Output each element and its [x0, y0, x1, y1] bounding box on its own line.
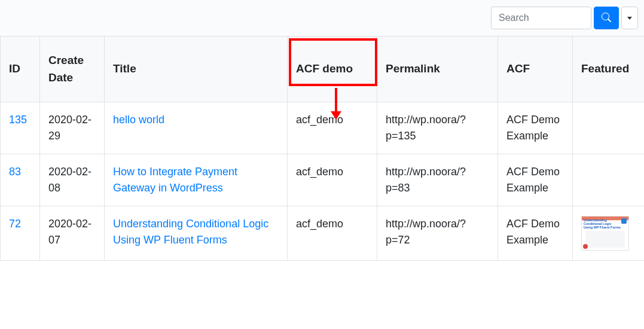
thumb-form-area — [585, 231, 625, 248]
table-row: 72 2020-02-07 Understanding Conditional … — [1, 206, 645, 261]
row-acf: ACF Demo Example — [498, 102, 573, 154]
caret-down-icon — [627, 17, 632, 20]
search-button[interactable] — [594, 7, 619, 29]
column-header-permalink[interactable]: Permalink — [377, 36, 498, 102]
table-row: 83 2020-02-08 How to Integrate Payment G… — [1, 154, 645, 206]
row-create-date: 2020-02-07 — [40, 206, 105, 261]
column-header-create-date[interactable]: Create Date — [40, 36, 105, 102]
row-acf-demo: acf_demo — [288, 154, 377, 206]
column-header-title[interactable]: Title — [105, 36, 288, 102]
row-acf-demo: acf_demo — [288, 102, 377, 154]
row-featured — [573, 154, 645, 206]
options-dropdown-button[interactable] — [621, 7, 638, 29]
row-featured: Understanding Conditional Logic Using WP… — [573, 206, 645, 261]
row-create-date: 2020-02-08 — [40, 154, 105, 206]
row-acf: ACF Demo Example — [498, 206, 573, 261]
row-create-date: 2020-02-29 — [40, 102, 105, 154]
row-acf: ACF Demo Example — [498, 154, 573, 206]
row-permalink: http://wp.noora/?p=135 — [377, 102, 498, 154]
column-header-id[interactable]: ID — [1, 36, 40, 102]
row-title-link[interactable]: How to Integrate Payment Gateway in Word… — [113, 166, 237, 194]
row-id-link[interactable]: 83 — [9, 166, 21, 178]
search-input[interactable] — [491, 7, 591, 29]
data-table: ID Create Date Title ACF demo Permalink … — [0, 36, 644, 261]
table-row: 135 2020-02-29 hello world acf_demo http… — [1, 102, 645, 154]
toolbar — [0, 0, 644, 36]
row-id-link[interactable]: 72 — [9, 218, 21, 230]
thumb-dot-icon — [583, 244, 588, 249]
search-icon — [602, 13, 611, 24]
column-header-acf[interactable]: ACF — [498, 36, 573, 102]
column-header-featured[interactable]: Featured — [573, 36, 645, 102]
featured-thumbnail[interactable]: Understanding Conditional Logic Using WP… — [581, 216, 629, 251]
row-id-link[interactable]: 135 — [9, 114, 27, 126]
thumb-badge-icon — [621, 218, 627, 224]
row-acf-demo: acf_demo — [288, 206, 377, 261]
row-permalink: http://wp.noora/?p=83 — [377, 154, 498, 206]
row-title-link[interactable]: hello world — [113, 114, 164, 126]
row-title-link[interactable]: Understanding Conditional Logic Using WP… — [113, 218, 268, 246]
row-featured — [573, 102, 645, 154]
column-header-acf-demo[interactable]: ACF demo — [288, 36, 377, 102]
table-header-row: ID Create Date Title ACF demo Permalink … — [1, 36, 645, 102]
row-permalink: http://wp.noora/?p=72 — [377, 206, 498, 261]
thumb-title-text: Understanding Conditional Logic Using WP… — [584, 218, 621, 229]
